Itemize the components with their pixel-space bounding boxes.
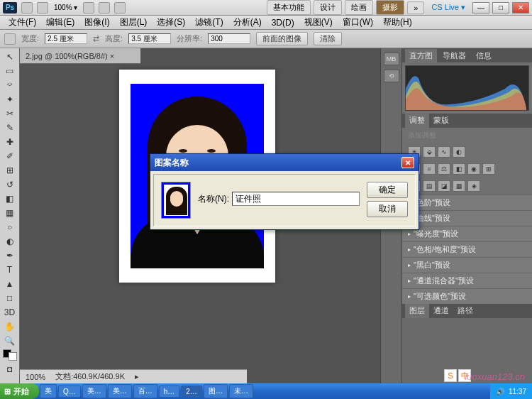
tab-info[interactable]: 信息 xyxy=(472,49,496,62)
swap-wh-icon[interactable]: ⇄ xyxy=(93,34,99,43)
task-item[interactable]: h… xyxy=(159,386,180,398)
menu-layer[interactable]: 图层(L) xyxy=(116,15,152,30)
eraser-tool[interactable]: ◧ xyxy=(1,192,18,206)
quickmask-icon[interactable]: ◘ xyxy=(1,362,18,376)
task-item[interactable]: Q… xyxy=(58,386,81,398)
menu-filter[interactable]: 滤镜(T) xyxy=(191,15,227,30)
task-item[interactable]: 图… xyxy=(204,384,228,398)
minibridge-panel-icon[interactable]: MB xyxy=(384,53,399,65)
menu-help[interactable]: 帮助(H) xyxy=(379,15,416,30)
3d-tool[interactable]: 3D xyxy=(1,305,18,319)
threshold-icon[interactable]: ◪ xyxy=(438,180,450,192)
crop-tool[interactable]: ✂ xyxy=(1,106,18,121)
system-tray[interactable]: 🔊 11:37 xyxy=(490,383,532,399)
dialog-close-button[interactable]: ✕ xyxy=(401,157,414,168)
task-item[interactable]: 未… xyxy=(229,384,253,398)
tray-icon[interactable]: 🔊 xyxy=(496,388,504,395)
menu-window[interactable]: 窗口(W) xyxy=(338,15,377,30)
marquee-tool[interactable]: ▭ xyxy=(1,64,18,78)
workspace-painting[interactable]: 绘画 xyxy=(345,0,373,15)
zoom-select[interactable]: 100% ▾ xyxy=(52,4,79,11)
document-tab[interactable]: 2.jpg @ 100%(RGB/8#) × xyxy=(20,48,140,64)
tab-channels[interactable]: 通道 xyxy=(429,304,453,318)
type-tool[interactable]: T xyxy=(1,263,18,277)
pen-tool[interactable]: ✒ xyxy=(1,248,18,263)
hue-sat-icon[interactable]: ≡ xyxy=(423,163,436,175)
preset-bw[interactable]: "黑白"预设 xyxy=(402,257,532,273)
hand-tool[interactable]: ✋ xyxy=(1,319,18,334)
color-balance-icon[interactable]: ⚖ xyxy=(438,163,450,175)
tab-adjustments[interactable]: 调整 xyxy=(405,114,429,128)
selective-color-icon[interactable]: ◈ xyxy=(467,180,480,192)
start-button[interactable]: ⊞ 开始 xyxy=(0,383,39,399)
workspace-more[interactable]: » xyxy=(407,1,424,14)
clock[interactable]: 11:37 xyxy=(509,388,526,395)
close-button[interactable]: ✕ xyxy=(512,2,529,13)
gradient-map-icon[interactable]: ▦ xyxy=(453,180,465,192)
workspace-photography[interactable]: 摄影 xyxy=(376,0,404,15)
bridge-icon[interactable] xyxy=(21,2,33,13)
preset-hue-sat[interactable]: "色相/饱和度"预设 xyxy=(402,241,532,257)
shape-tool[interactable]: □ xyxy=(1,291,18,305)
ok-button[interactable]: 确定 xyxy=(367,182,408,198)
tab-layers[interactable]: 图层 xyxy=(405,304,429,318)
cancel-button[interactable]: 取消 xyxy=(367,201,408,217)
minimize-button[interactable]: — xyxy=(472,2,489,13)
menu-analysis[interactable]: 分析(A) xyxy=(229,15,266,30)
healing-tool[interactable]: ✚ xyxy=(1,135,18,149)
exposure-icon[interactable]: ◐ xyxy=(453,146,465,158)
menu-edit[interactable]: 编辑(E) xyxy=(42,15,79,30)
workspace-design[interactable]: 设计 xyxy=(314,0,342,15)
curves-icon[interactable]: ∿ xyxy=(438,146,450,158)
pattern-name-input[interactable] xyxy=(232,192,360,206)
screen-mode-icon[interactable] xyxy=(114,2,126,13)
width-input[interactable] xyxy=(45,33,87,44)
brush-tool[interactable]: ✐ xyxy=(1,149,18,163)
menu-3d[interactable]: 3D(D) xyxy=(267,16,299,29)
dialog-title-bar[interactable]: 图案名称 ✕ xyxy=(150,154,419,171)
move-tool[interactable]: ↖ xyxy=(1,50,18,64)
crop-tool-preset-icon[interactable] xyxy=(4,33,16,45)
task-item[interactable]: 美… xyxy=(108,384,132,398)
levels-icon[interactable]: ⬙ xyxy=(423,146,436,158)
task-item[interactable]: 美… xyxy=(82,384,106,398)
color-swatch[interactable] xyxy=(3,349,17,361)
cs-live-button[interactable]: CS Live ▾ xyxy=(427,3,470,12)
posterize-icon[interactable]: ▤ xyxy=(423,180,436,192)
preset-selective-color[interactable]: "可选颜色"预设 xyxy=(402,288,532,304)
menu-image[interactable]: 图像(I) xyxy=(80,15,113,30)
clear-button[interactable]: 清除 xyxy=(314,32,342,45)
preset-exposure[interactable]: "曝光度"预设 xyxy=(402,226,532,241)
history-panel-icon[interactable]: ⟲ xyxy=(384,70,399,82)
preset-levels[interactable]: "色阶"预设 xyxy=(402,195,532,210)
task-item-active[interactable]: 2… xyxy=(181,386,202,398)
workspace-essentials[interactable]: 基本功能 xyxy=(267,0,311,15)
tab-histogram[interactable]: 直方图 xyxy=(405,49,437,62)
tab-navigator[interactable]: 导航器 xyxy=(438,49,470,62)
photo-filter-icon[interactable]: ◉ xyxy=(467,163,480,175)
menu-view[interactable]: 视图(V) xyxy=(300,15,337,30)
preset-curves[interactable]: "曲线"预设 xyxy=(402,210,532,226)
menu-select[interactable]: 选择(S) xyxy=(153,15,189,30)
quick-select-tool[interactable]: ✦ xyxy=(1,92,18,106)
tab-masks[interactable]: 蒙版 xyxy=(429,114,453,128)
minibridge-icon[interactable] xyxy=(37,2,48,13)
stamp-tool[interactable]: ⊞ xyxy=(1,163,18,177)
menu-file[interactable]: 文件(F) xyxy=(4,15,40,30)
maximize-button[interactable]: □ xyxy=(492,2,509,13)
bw-icon[interactable]: ◧ xyxy=(453,163,465,175)
view-extras-icon[interactable] xyxy=(83,2,94,13)
status-arrow-icon[interactable]: ▸ xyxy=(135,372,139,381)
blur-tool[interactable]: ○ xyxy=(1,220,18,234)
dodge-tool[interactable]: ◐ xyxy=(1,234,18,248)
path-select-tool[interactable]: ▲ xyxy=(1,277,18,291)
zoom-level[interactable]: 100% xyxy=(26,373,45,381)
channel-mixer-icon[interactable]: ⊞ xyxy=(482,163,495,175)
lasso-tool[interactable]: ⌔ xyxy=(1,78,18,92)
front-image-button[interactable]: 前面的图像 xyxy=(256,32,308,45)
height-input[interactable] xyxy=(128,33,171,44)
ime-logo-icon[interactable]: S xyxy=(444,369,457,382)
document-size[interactable]: 文档:460.9K/460.9K xyxy=(55,371,125,382)
task-item[interactable]: 百… xyxy=(133,384,157,398)
task-item[interactable]: 美 xyxy=(40,384,57,398)
